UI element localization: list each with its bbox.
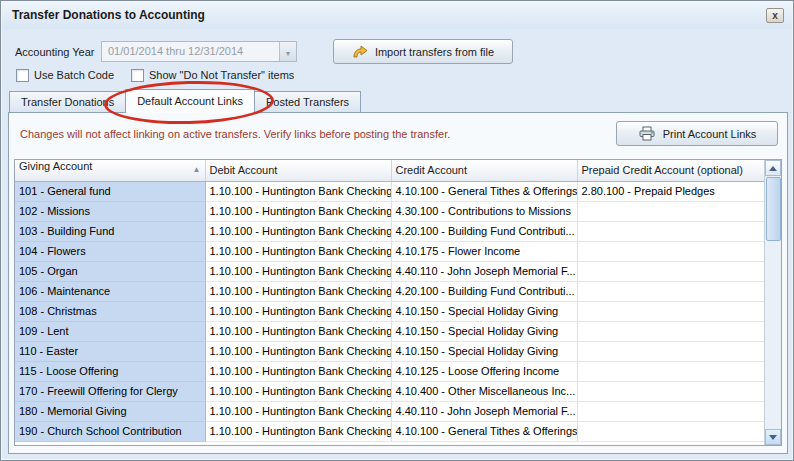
table-row[interactable]: 104 - Flowers1.10.100 - Huntington Bank … <box>15 241 764 261</box>
cell-credit-account[interactable]: 4.30.100 - Contributions to Missions <box>391 201 577 221</box>
use-batch-code-checkbox[interactable] <box>16 69 29 82</box>
cell-prepaid-credit-account[interactable] <box>577 401 764 421</box>
cell-credit-account[interactable]: 4.10.400 - Other Miscellaneous Inc... <box>391 381 577 401</box>
cell-credit-account[interactable]: 4.10.100 - General Tithes & Offerings <box>391 421 577 441</box>
tab-strip: Transfer Donations Default Account Links… <box>9 91 360 112</box>
accounting-year-label: Accounting Year <box>15 46 95 58</box>
cell-debit-account[interactable]: 1.10.100 - Huntington Bank Checking <box>205 281 391 301</box>
tab-transfer-donations[interactable]: Transfer Donations <box>9 91 126 112</box>
cell-debit-account[interactable]: 1.10.100 - Huntington Bank Checking <box>205 381 391 401</box>
table-row[interactable]: 101 - General fund1.10.100 - Huntington … <box>15 181 764 201</box>
vertical-scrollbar[interactable] <box>764 160 781 445</box>
cell-credit-account[interactable]: 4.40.110 - John Joseph Memorial F... <box>391 401 577 421</box>
cell-credit-account[interactable]: 4.20.100 - Building Fund Contributi... <box>391 221 577 241</box>
cell-prepaid-credit-account[interactable] <box>577 221 764 241</box>
cell-debit-account[interactable]: 1.10.100 - Huntington Bank Checking <box>205 261 391 281</box>
chevron-down-icon: ▼ <box>285 50 292 57</box>
accounting-year-combobox[interactable]: 01/01/2014 thru 12/31/2014 ▼ <box>101 41 297 62</box>
cell-credit-account[interactable]: 4.10.150 - Special Holiday Giving <box>391 301 577 321</box>
cell-debit-account[interactable]: 1.10.100 - Huntington Bank Checking <box>205 181 391 201</box>
cell-giving-account[interactable]: 170 - Freewill Offering for Clergy <box>15 381 205 401</box>
cell-prepaid-credit-account[interactable] <box>577 261 764 281</box>
cell-giving-account[interactable]: 106 - Maintenance <box>15 281 205 301</box>
cell-debit-account[interactable]: 1.10.100 - Huntington Bank Checking <box>205 221 391 241</box>
cell-prepaid-credit-account[interactable] <box>577 241 764 261</box>
scroll-up-button[interactable] <box>765 160 781 176</box>
table-row[interactable]: 102 - Missions1.10.100 - Huntington Bank… <box>15 201 764 221</box>
table-row[interactable]: 180 - Memorial Giving1.10.100 - Huntingt… <box>15 401 764 421</box>
table-row[interactable]: 108 - Christmas1.10.100 - Huntington Ban… <box>15 301 764 321</box>
table-row[interactable]: 170 - Freewill Offering for Clergy1.10.1… <box>15 381 764 401</box>
scroll-down-button[interactable] <box>765 429 781 445</box>
print-account-links-label: Print Account Links <box>663 128 757 140</box>
cell-credit-account[interactable]: 4.40.110 - John Joseph Memorial F... <box>391 261 577 281</box>
cell-debit-account[interactable]: 1.10.100 - Huntington Bank Checking <box>205 301 391 321</box>
cell-debit-account[interactable]: 1.10.100 - Huntington Bank Checking <box>205 341 391 361</box>
transfer-donations-window: Transfer Donations to Accounting x Accou… <box>0 0 794 461</box>
cell-prepaid-credit-account[interactable] <box>577 421 764 441</box>
table-row[interactable]: 110 - Easter1.10.100 - Huntington Bank C… <box>15 341 764 361</box>
cell-prepaid-credit-account[interactable] <box>577 361 764 381</box>
combobox-dropdown-button[interactable]: ▼ <box>279 42 296 61</box>
cell-giving-account[interactable]: 190 - Church School Contribution <box>15 421 205 441</box>
table-row[interactable]: 106 - Maintenance1.10.100 - Huntington B… <box>15 281 764 301</box>
cell-prepaid-credit-account[interactable] <box>577 281 764 301</box>
column-header-debit-account[interactable]: Debit Account <box>205 160 391 181</box>
account-links-table: ▲ Giving Account Debit Account Credit Ac… <box>15 160 764 442</box>
table-row[interactable]: 190 - Church School Contribution1.10.100… <box>15 421 764 441</box>
cell-giving-account[interactable]: 110 - Easter <box>15 341 205 361</box>
table-body: 101 - General fund1.10.100 - Huntington … <box>15 181 764 441</box>
scroll-down-icon <box>769 435 777 440</box>
column-header-giving-account[interactable]: ▲ Giving Account <box>15 160 205 181</box>
cell-debit-account[interactable]: 1.10.100 - Huntington Bank Checking <box>205 401 391 421</box>
cell-giving-account[interactable]: 103 - Building Fund <box>15 221 205 241</box>
cell-debit-account[interactable]: 1.10.100 - Huntington Bank Checking <box>205 321 391 341</box>
tab-default-account-links[interactable]: Default Account Links <box>125 89 255 113</box>
cell-prepaid-credit-account[interactable] <box>577 321 764 341</box>
cell-giving-account[interactable]: 105 - Organ <box>15 261 205 281</box>
cell-credit-account[interactable]: 4.10.150 - Special Holiday Giving <box>391 341 577 361</box>
cell-giving-account[interactable]: 180 - Memorial Giving <box>15 401 205 421</box>
cell-giving-account[interactable]: 101 - General fund <box>15 181 205 201</box>
cell-credit-account[interactable]: 4.10.100 - General Tithes & Offerings <box>391 181 577 201</box>
cell-credit-account[interactable]: 4.10.125 - Loose Offering Income <box>391 361 577 381</box>
cell-prepaid-credit-account[interactable] <box>577 201 764 221</box>
table-row[interactable]: 109 - Lent1.10.100 - Huntington Bank Che… <box>15 321 764 341</box>
cell-giving-account[interactable]: 109 - Lent <box>15 321 205 341</box>
tab-posted-transfers[interactable]: Posted Transfers <box>254 91 361 112</box>
cell-prepaid-credit-account[interactable]: 2.80.100 - Prepaid Pledges <box>577 181 764 201</box>
cell-credit-account[interactable]: 4.10.175 - Flower Income <box>391 241 577 261</box>
sort-ascending-icon: ▲ <box>193 160 201 180</box>
cell-debit-account[interactable]: 1.10.100 - Huntington Bank Checking <box>205 421 391 441</box>
cell-credit-account[interactable]: 4.20.100 - Building Fund Contributi... <box>391 281 577 301</box>
cell-prepaid-credit-account[interactable] <box>577 381 764 401</box>
table-header-row: ▲ Giving Account Debit Account Credit Ac… <box>15 160 764 181</box>
cell-credit-account[interactable]: 4.10.150 - Special Holiday Giving <box>391 321 577 341</box>
table-row[interactable]: 105 - Organ1.10.100 - Huntington Bank Ch… <box>15 261 764 281</box>
column-header-credit-account[interactable]: Credit Account <box>391 160 577 181</box>
titlebar: Transfer Donations to Accounting x <box>2 2 792 29</box>
print-account-links-button[interactable]: Print Account Links <box>616 121 778 146</box>
import-transfers-label: Import transfers from file <box>375 46 494 58</box>
cell-giving-account[interactable]: 115 - Loose Offering <box>15 361 205 381</box>
grid-wrap: ▲ Giving Account Debit Account Credit Ac… <box>15 160 764 445</box>
cell-debit-account[interactable]: 1.10.100 - Huntington Bank Checking <box>205 241 391 261</box>
account-links-grid: ▲ Giving Account Debit Account Credit Ac… <box>14 159 782 446</box>
cell-giving-account[interactable]: 102 - Missions <box>15 201 205 221</box>
scroll-up-icon <box>769 166 777 171</box>
table-row[interactable]: 115 - Loose Offering1.10.100 - Huntingto… <box>15 361 764 381</box>
import-transfers-button[interactable]: Import transfers from file <box>333 39 513 64</box>
cell-debit-account[interactable]: 1.10.100 - Huntington Bank Checking <box>205 361 391 381</box>
close-button[interactable]: x <box>766 8 784 23</box>
cell-giving-account[interactable]: 104 - Flowers <box>15 241 205 261</box>
cell-prepaid-credit-account[interactable] <box>577 341 764 361</box>
cell-prepaid-credit-account[interactable] <box>577 301 764 321</box>
printer-icon <box>638 126 656 141</box>
table-row[interactable]: 103 - Building Fund1.10.100 - Huntington… <box>15 221 764 241</box>
cell-debit-account[interactable]: 1.10.100 - Huntington Bank Checking <box>205 201 391 221</box>
show-do-not-transfer-checkbox[interactable] <box>131 69 144 82</box>
cell-giving-account[interactable]: 108 - Christmas <box>15 301 205 321</box>
column-header-prepaid-credit-account[interactable]: Prepaid Credit Account (optional) <box>577 160 764 181</box>
scrollbar-thumb[interactable] <box>766 177 781 241</box>
show-do-not-transfer-label: Show "Do Not Transfer" items <box>149 69 294 81</box>
